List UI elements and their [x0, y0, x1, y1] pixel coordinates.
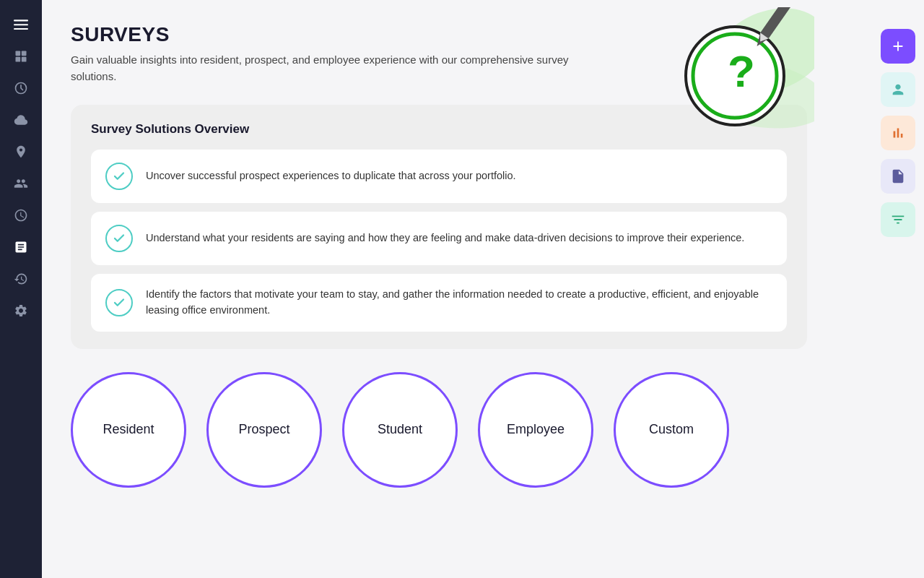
sidebar-survey-icon[interactable] [8, 234, 34, 260]
page-title: SURVEYS [71, 23, 843, 46]
sidebar-menu-icon[interactable] [8, 12, 34, 38]
sidebar-history-icon[interactable] [8, 266, 34, 292]
svg-rect-6 [22, 57, 27, 62]
filter-button[interactable] [881, 202, 915, 237]
survey-type-resident[interactable]: Resident [71, 372, 186, 488]
left-sidebar [0, 0, 42, 578]
sidebar-cloud-icon[interactable] [8, 107, 34, 133]
sidebar-settings-icon[interactable] [8, 298, 34, 324]
feature-text-1: Uncover successful prospect experiences … [146, 168, 516, 184]
sidebar-dashboard-icon[interactable] [8, 43, 34, 69]
check-icon-1 [105, 163, 133, 190]
chart-button[interactable] [881, 116, 915, 150]
svg-text:?: ? [728, 46, 755, 96]
sidebar-location-icon[interactable] [8, 139, 34, 165]
svg-rect-0 [14, 20, 28, 21]
survey-type-student[interactable]: Student [342, 372, 458, 488]
survey-type-prospect[interactable]: Prospect [206, 372, 322, 488]
check-icon-3 [105, 289, 133, 316]
svg-point-8 [703, 7, 814, 108]
sidebar-time-icon[interactable] [8, 202, 34, 228]
feature-item-3: Identify the factors that motivate your … [91, 274, 787, 332]
check-icon-2 [105, 225, 133, 252]
svg-rect-5 [16, 57, 21, 62]
feature-item-2: Understand what your residents are sayin… [91, 212, 787, 265]
overview-card: Survey Solutions Overview Uncover succes… [71, 105, 807, 349]
svg-rect-2 [14, 28, 28, 30]
right-sidebar [872, 0, 924, 578]
svg-rect-3 [16, 51, 21, 56]
sidebar-analytics-icon[interactable] [8, 75, 34, 101]
main-content: ? SURVEYS Gain valuable insights into re… [42, 0, 872, 578]
feature-text-2: Understand what your residents are sayin… [146, 230, 744, 246]
svg-rect-4 [22, 51, 27, 56]
svg-rect-1 [14, 24, 28, 25]
sidebar-people-icon[interactable] [8, 171, 34, 197]
feature-item-1: Uncover successful prospect experiences … [91, 150, 787, 203]
overview-title: Survey Solutions Overview [91, 122, 787, 137]
person-button[interactable] [881, 72, 915, 107]
survey-type-custom[interactable]: Custom [614, 372, 729, 488]
document-button[interactable] [881, 159, 915, 194]
survey-type-employee[interactable]: Employee [478, 372, 593, 488]
survey-types-row: Resident Prospect Student Employee Custo… [71, 372, 843, 488]
feature-text-3: Identify the factors that motivate your … [146, 287, 772, 319]
add-button[interactable] [881, 29, 915, 64]
page-subtitle: Gain valuable insights into resident, pr… [71, 52, 576, 85]
